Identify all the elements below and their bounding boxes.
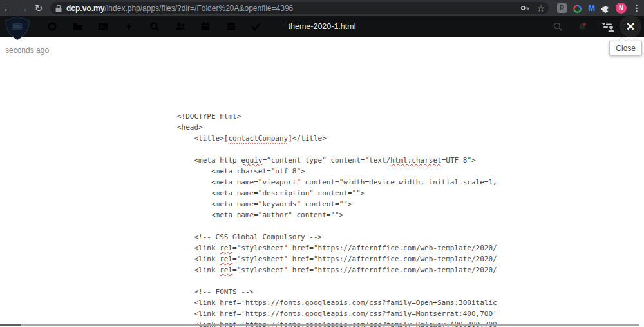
text-editor[interactable]: <!DOCTYPE html><head> <title>[contactCom… <box>177 89 497 327</box>
code-line: <link href='https://fonts.googleapis.com… <box>177 297 497 308</box>
app-logo-shield-icon[interactable] <box>4 16 31 43</box>
lock-icon <box>55 5 62 12</box>
code-line: <!DOCTYPE html> <box>177 111 497 122</box>
dashboard-icon[interactable] <box>47 21 57 32</box>
misspelled-word: contactCompany <box>228 134 288 143</box>
code-line: <meta name="viewport" content="width=dev… <box>177 177 497 188</box>
bookmark-star-icon[interactable]: ☆ <box>536 3 545 14</box>
search-app-icon[interactable] <box>149 21 160 32</box>
close-icon: ✕ <box>626 20 635 34</box>
misspelled-word: rel <box>220 266 232 274</box>
extension-m-icon[interactable]: M <box>588 4 595 12</box>
open-file-title: theme-2020-1.html <box>289 16 356 37</box>
contacts-icon[interactable] <box>175 21 185 32</box>
back-button[interactable]: ← <box>0 1 15 16</box>
code-line: <meta http-equiv="content-type" content=… <box>177 155 497 166</box>
tasks-check-icon[interactable] <box>251 21 261 32</box>
password-key-icon[interactable] <box>520 3 530 13</box>
activity-lightning-icon[interactable] <box>124 21 134 32</box>
code-line: <link href='https://fonts.googleapis.com… <box>177 319 497 327</box>
files-folder-icon[interactable] <box>73 21 83 32</box>
extensions-puzzle-icon[interactable] <box>601 4 610 13</box>
back-icon: ← <box>3 3 13 14</box>
code-line: <link rel="stylesheet" href="https://aft… <box>177 243 497 253</box>
misspelled-word: equiv <box>241 156 262 164</box>
notifications-bell-icon[interactable] <box>576 21 588 35</box>
extension-color-swirl-icon[interactable] <box>573 3 582 13</box>
code-line: <link href='https://fonts.googleapis.com… <box>177 308 497 319</box>
code-line: <meta name="author" content=""> <box>177 210 497 221</box>
address-bar[interactable]: dcp.vo.my/index.php/apps/files/?dir=/Fol… <box>50 2 549 14</box>
close-viewer-button[interactable]: ✕ <box>620 15 641 37</box>
forward-icon: → <box>19 3 28 14</box>
url-text: dcp.vo.my/index.php/apps/files/?dir=/Fol… <box>66 4 293 13</box>
extension-r-icon[interactable]: R <box>557 3 567 13</box>
deck-icon[interactable] <box>226 21 236 32</box>
header-search-icon[interactable] <box>553 21 563 34</box>
browser-menu-icon[interactable]: ⋮ <box>632 3 641 13</box>
reload-button[interactable]: ↻ <box>31 1 46 16</box>
code-line: <!-- FONTS --> <box>177 286 497 297</box>
code-line <box>177 275 497 286</box>
code-line: <meta name="keywords" content=""> <box>177 199 497 210</box>
reload-icon: ↻ <box>35 3 43 14</box>
close-tooltip: Close <box>609 41 642 56</box>
browser-extensions-area: R M N ⋮ <box>557 0 644 16</box>
url-path: /index.php/apps/files/?dir=/Folder%20A&o… <box>104 4 293 13</box>
code-line <box>177 144 497 155</box>
app-header: theme-2020-1.html ✕ <box>0 16 644 37</box>
profile-avatar[interactable]: N <box>616 3 627 14</box>
horizontal-scrollbar-track[interactable] <box>0 324 639 326</box>
contacts-menu-icon[interactable] <box>601 21 615 35</box>
horizontal-scrollbar-thumb[interactable] <box>0 324 21 326</box>
code-line: <link rel="stylesheet" href="https://aft… <box>177 264 497 275</box>
misspelled-word: rel <box>220 244 232 252</box>
code-line: <!-- CSS Global Compulsory --> <box>177 232 497 243</box>
code-lines: <!DOCTYPE html><head> <title>[contactCom… <box>177 111 497 327</box>
last-modified-label: seconds ago <box>5 46 49 55</box>
code-line: <head> <box>177 122 497 133</box>
code-line: <meta charset="utf-8"> <box>177 166 497 177</box>
misspelled-word: html;charset <box>390 156 441 164</box>
misspelled-word: rel <box>220 255 232 263</box>
code-line: <title>[contactCompany]</title> <box>177 133 497 144</box>
photos-icon[interactable] <box>98 21 108 32</box>
code-line: <meta name="description" content=""> <box>177 188 497 199</box>
tooltip-label: Close <box>616 44 636 53</box>
browser-toolbar: ← → ↻ dcp.vo.my/index.php/apps/files/?di… <box>0 0 644 16</box>
url-domain: dcp.vo.my <box>66 4 104 13</box>
forward-button[interactable]: → <box>15 1 31 16</box>
calendar-icon[interactable] <box>200 21 211 32</box>
code-line: <link rel="stylesheet" href="https://aft… <box>177 253 497 264</box>
code-line <box>177 221 497 232</box>
